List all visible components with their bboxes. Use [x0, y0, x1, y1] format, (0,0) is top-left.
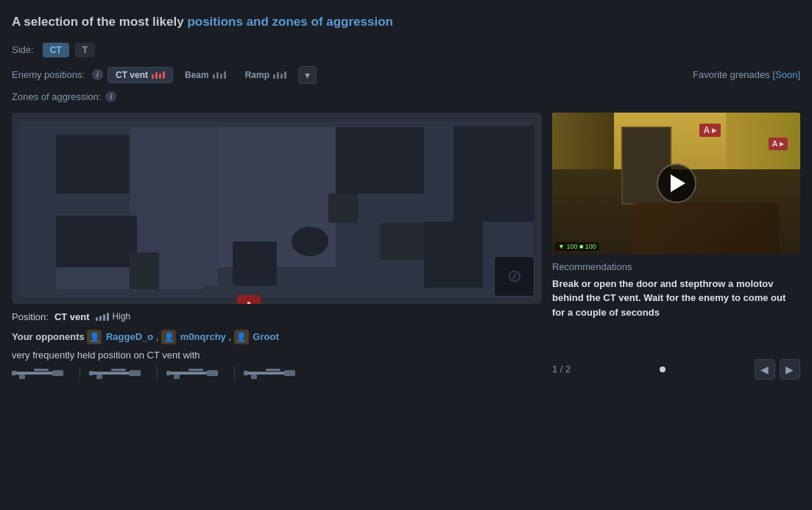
svg-rect-10	[168, 372, 208, 375]
svg-rect-19	[266, 369, 280, 371]
pagination-current: 1	[552, 364, 557, 375]
right-panel: A ▸ A ▸ ▼ 100 ■ 100 Recommendations Brea…	[552, 113, 800, 380]
svg-rect-16	[284, 370, 295, 376]
positions-dropdown[interactable]: ▾	[298, 66, 317, 84]
svg-rect-2	[19, 375, 25, 379]
svg-rect-9	[111, 369, 126, 371]
pagination-arrows: ◀ ▶	[755, 359, 800, 380]
opponent-link-2[interactable]: m0nqrchy	[180, 331, 226, 342]
main-content: A ⊘ Position: CT	[12, 113, 800, 380]
ramp-bar-icon	[273, 71, 286, 79]
weapon-2	[89, 366, 158, 380]
svg-rect-12	[174, 375, 180, 379]
svg-rect-11	[207, 370, 218, 376]
favorite-grenades: Favorite grenades [Soon]	[693, 69, 800, 80]
scene-a-label-right: A ▸	[769, 138, 788, 150]
map-container: A ⊘	[12, 113, 542, 304]
position-label: Position:	[12, 311, 49, 322]
scene-a-label: A ▸	[699, 124, 721, 137]
video-hud-left: ▼ 100 ■ 100	[555, 242, 599, 251]
play-triangle-icon	[671, 174, 685, 192]
svg-rect-5	[91, 372, 131, 375]
side-row: Side: CT T	[12, 43, 800, 57]
beam-bar-icon	[213, 71, 226, 79]
favorite-grenades-soon: [Soon]	[772, 69, 800, 80]
svg-rect-18	[244, 371, 248, 375]
opponents-intro: Your opponents	[12, 331, 85, 342]
intensity-bar-icon	[96, 313, 109, 321]
play-button[interactable]	[657, 163, 696, 203]
pagination-total: 2	[565, 364, 571, 375]
side-button-t[interactable]: T	[75, 43, 95, 57]
map-watermark: ⊘	[494, 256, 534, 297]
weapon-3	[166, 366, 235, 380]
video-container[interactable]: A ▸ A ▸ ▼ 100 ■ 100	[552, 113, 800, 254]
headline: A selection of the most likely positions…	[12, 13, 800, 31]
intensity-badge: High	[96, 311, 131, 322]
pagination-prev-button[interactable]: ◀	[755, 359, 775, 380]
enemy-positions-label: Enemy positions:	[12, 69, 85, 80]
enemy-positions-info-icon[interactable]: i	[92, 69, 103, 80]
zones-row: Zones of aggression: i	[12, 91, 800, 102]
headline-highlight: positions and zones of aggression	[187, 15, 393, 29]
position-tag-beam-label: Beam	[185, 70, 209, 80]
recommendations-text: Break or open the door and stepthrow a m…	[552, 277, 800, 320]
pagination-next-button[interactable]: ▶	[780, 359, 800, 380]
position-tag-ramp-label: Ramp	[245, 70, 269, 80]
recommendations-section: Recommendations Break or open the door a…	[552, 261, 800, 320]
svg-rect-15	[245, 372, 286, 375]
pagination-separator: /	[560, 364, 565, 375]
opponent-avatar-1: 👤	[87, 330, 102, 344]
position-tag-ct-vent[interactable]: CT vent	[107, 67, 173, 83]
zones-label: Zones of aggression:	[12, 91, 101, 102]
svg-rect-3	[12, 371, 16, 375]
svg-rect-17	[251, 375, 257, 379]
favorite-grenades-label: Favorite grenades	[693, 69, 770, 80]
side-button-ct[interactable]: CT	[43, 43, 69, 57]
svg-rect-13	[166, 371, 171, 375]
enemy-positions-row: Enemy positions: i CT vent Beam Ram	[12, 66, 800, 84]
map-section: A ⊘ Position: CT	[12, 113, 542, 380]
svg-rect-0	[13, 372, 54, 375]
position-info: Position: CT vent High	[12, 311, 542, 322]
intensity-label: High	[113, 311, 131, 322]
opponent-link-3[interactable]: Groot	[253, 331, 278, 342]
svg-rect-14	[188, 369, 203, 371]
svg-rect-4	[34, 369, 49, 371]
recommendations-title: Recommendations	[552, 261, 800, 272]
position-tag-ct-vent-label: CT vent	[116, 70, 148, 80]
zones-info-icon[interactable]: i	[105, 91, 116, 102]
svg-rect-7	[96, 375, 102, 379]
weapon-1	[12, 366, 80, 380]
weapon-4	[244, 366, 311, 380]
side-label: Side:	[12, 44, 34, 55]
weapon-icons	[12, 366, 542, 380]
pagination-row: 1 / 2 ◀ ▶	[552, 347, 800, 380]
position-name: CT vent	[54, 311, 90, 322]
headline-text: A selection of the most likely	[12, 15, 187, 29]
svg-rect-6	[130, 370, 141, 376]
opponent-link-1[interactable]: RaggeD_o	[106, 331, 153, 342]
watermark-slash: ⊘	[504, 264, 524, 288]
position-tag-ramp[interactable]: Ramp	[238, 68, 294, 82]
pagination-count: 1 / 2	[552, 364, 571, 375]
pagination-dot	[660, 366, 666, 372]
opponent-avatar-3: 👤	[234, 330, 249, 344]
ct-vent-bar-icon	[152, 71, 165, 79]
position-tag-beam[interactable]: Beam	[177, 68, 233, 82]
opponent-avatar-2: 👤	[161, 330, 176, 344]
opponents-row: Your opponents 👤 RaggeD_o , 👤 m0nqrchy ,…	[12, 330, 542, 345]
map-a-marker: A	[237, 295, 261, 304]
map-a-label: A	[244, 300, 253, 304]
svg-rect-1	[52, 370, 63, 376]
svg-rect-8	[89, 371, 93, 375]
held-position-text: very frequently held position on CT vent…	[12, 350, 542, 361]
